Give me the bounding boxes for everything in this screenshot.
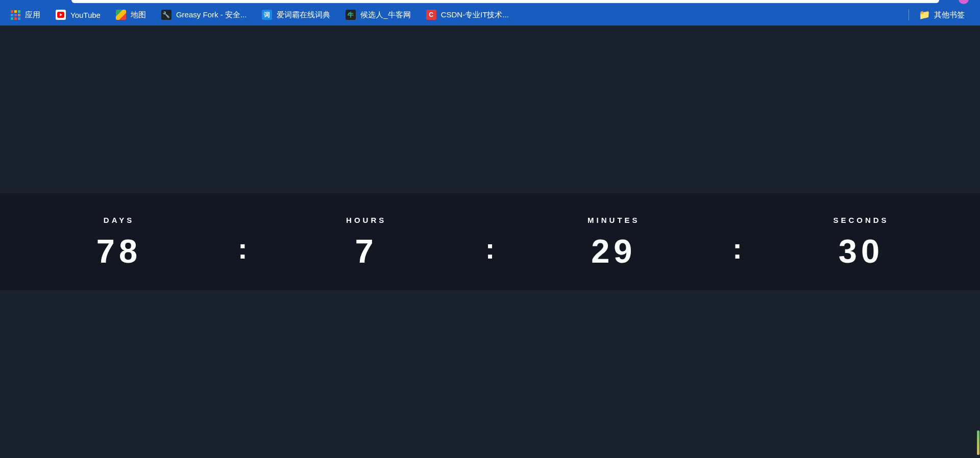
bookmark-label: YouTube	[70, 11, 101, 19]
bookmarks-separator	[909, 9, 909, 20]
apps-icon	[10, 10, 20, 20]
seconds-value: 30	[839, 235, 884, 268]
apps-shortcut[interactable]: 应用	[5, 7, 45, 22]
csdn-icon: C	[426, 10, 436, 20]
dict-icon: 词	[262, 10, 272, 20]
minutes-value: 29	[591, 235, 636, 268]
bookmark-csdn[interactable]: C CSDN-专业IT技术...	[421, 7, 514, 22]
bookmark-label: CSDN-专业IT技术...	[441, 10, 509, 20]
bookmarks-bar: 应用 YouTube 地图 🔧 Greasy Fork - 安全... 词 爱词…	[0, 4, 980, 26]
bookmark-label: Greasy Fork - 安全...	[176, 10, 247, 20]
countdown-minutes: MINUTES 29	[562, 216, 665, 268]
days-label: DAYS	[104, 216, 134, 224]
countdown-separator: :	[238, 220, 248, 263]
apps-label: 应用	[25, 10, 40, 20]
hours-label: HOURS	[346, 216, 386, 224]
profile-avatar[interactable]	[959, 0, 969, 4]
bookmark-nowcoder[interactable]: 牛 候选人_牛客网	[340, 7, 415, 22]
page-content: DAYS 78 : HOURS 7 : MINUTES 29 : SECONDS…	[0, 26, 980, 458]
maps-icon	[116, 10, 126, 20]
folder-icon: 📁	[919, 10, 929, 20]
countdown-separator: :	[732, 220, 742, 263]
hours-value: 7	[355, 235, 378, 268]
bookmark-greasyfork[interactable]: 🔧 Greasy Fork - 安全...	[156, 7, 252, 22]
nowcoder-icon: 牛	[346, 10, 356, 20]
countdown-separator: :	[485, 220, 495, 263]
bookmark-maps[interactable]: 地图	[111, 7, 151, 22]
youtube-icon	[56, 10, 66, 20]
days-value: 78	[96, 235, 141, 268]
bookmark-iciba[interactable]: 词 爱词霸在线词典	[257, 7, 335, 22]
other-bookmarks-folder[interactable]: 📁 其他书签	[914, 7, 970, 22]
countdown-seconds: SECONDS 30	[810, 216, 912, 268]
scroll-indicator[interactable]	[977, 430, 979, 455]
bookmark-label: 候选人_牛客网	[360, 10, 410, 20]
greasy-icon: 🔧	[161, 10, 172, 20]
countdown-hours: HOURS 7	[315, 216, 418, 268]
seconds-label: SECONDS	[833, 216, 889, 224]
bookmark-youtube[interactable]: YouTube	[51, 7, 106, 22]
countdown-timer: DAYS 78 : HOURS 7 : MINUTES 29 : SECONDS…	[0, 193, 980, 290]
browser-omnibox-strip	[0, 0, 980, 4]
other-bookmarks-label: 其他书签	[934, 10, 965, 20]
countdown-days: DAYS 78	[68, 216, 170, 268]
bookmark-label: 爱词霸在线词典	[277, 10, 330, 20]
minutes-label: MINUTES	[587, 216, 640, 224]
bookmark-label: 地图	[131, 10, 146, 20]
